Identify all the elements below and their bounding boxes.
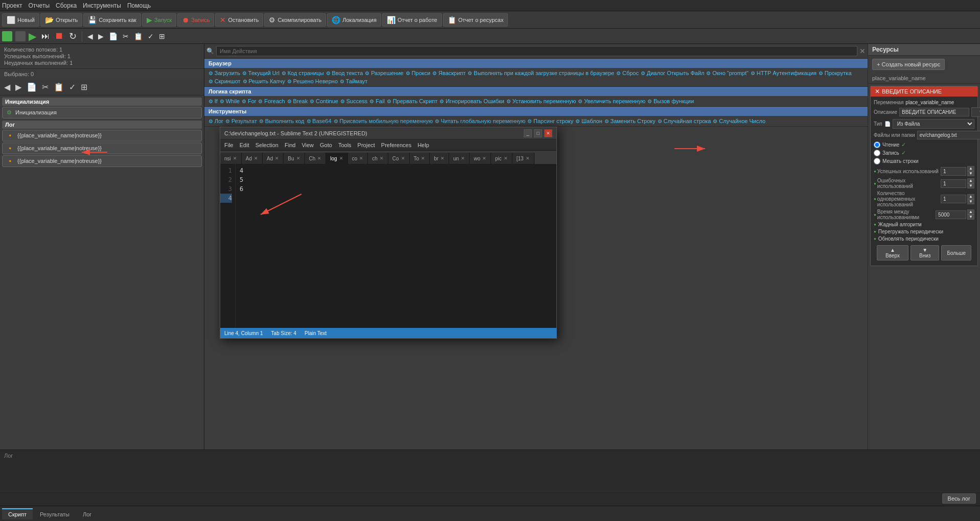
- editor-tab-ad1[interactable]: Ad ✕: [242, 153, 263, 164]
- new-script-button[interactable]: 📄: [25, 81, 39, 93]
- editor-tab-co2[interactable]: Co ✕: [388, 153, 410, 164]
- menu-tools[interactable]: Инструменты: [83, 2, 121, 9]
- menu-build[interactable]: Сборка: [56, 2, 77, 9]
- editor-tab-un[interactable]: un ✕: [449, 153, 470, 164]
- read-radio[interactable]: [874, 141, 880, 148]
- grid-button[interactable]: ⊞: [157, 30, 167, 42]
- action-input-text[interactable]: Ввод текста: [326, 70, 363, 76]
- refresh-button[interactable]: ↻: [67, 30, 79, 42]
- editor-tab-ch2[interactable]: ch ✕: [368, 153, 388, 164]
- action-fail[interactable]: Fail: [369, 98, 385, 104]
- action-open-dialog[interactable]: Диалог Открыть Файл: [641, 70, 705, 76]
- editor-tab-bu[interactable]: Bu ✕: [284, 153, 305, 164]
- more-button[interactable]: Больше: [941, 245, 971, 260]
- action-while[interactable]: While: [220, 98, 240, 104]
- editor-menu-selection[interactable]: Selection: [255, 142, 278, 148]
- error-uses-input[interactable]: [941, 179, 966, 188]
- up-button[interactable]: ▲ Вверх: [877, 245, 908, 260]
- editor-menu-tools[interactable]: Tools: [338, 142, 352, 148]
- editor-tab-co1[interactable]: co ✕: [348, 153, 368, 164]
- action-result[interactable]: Результат: [225, 118, 257, 124]
- new-button[interactable]: ⬜ Новый: [2, 13, 39, 27]
- action-random-string[interactable]: Случайная строка: [658, 118, 711, 124]
- tab-close-ad1[interactable]: ✕: [254, 156, 258, 161]
- editor-minimize-button[interactable]: _: [524, 129, 532, 137]
- search-clear-button[interactable]: ✕: [859, 47, 866, 55]
- editor-maximize-button[interactable]: □: [534, 129, 542, 137]
- undo-button[interactable]: ◀: [2, 81, 12, 93]
- tab-results[interactable]: Результаты: [34, 508, 76, 519]
- action-success[interactable]: Success: [340, 98, 367, 104]
- step-button[interactable]: ⏭: [39, 30, 52, 42]
- mix-radio[interactable]: [874, 158, 880, 164]
- editor-content[interactable]: 4 5 6: [236, 164, 556, 328]
- cut-tool-button[interactable]: ✂: [40, 81, 51, 93]
- play-button[interactable]: ▶: [27, 30, 38, 42]
- action-for[interactable]: For: [242, 98, 256, 104]
- editor-tab-nsi[interactable]: nsi ✕: [220, 153, 242, 164]
- work-report-button[interactable]: 📊 Отчет о работе: [382, 13, 442, 27]
- copy-button[interactable]: 📋: [132, 30, 145, 42]
- log-block-2[interactable]: 🔸 {{place_variable_name|notreuse}}: [2, 143, 202, 154]
- success-up-button[interactable]: ▲: [967, 166, 974, 171]
- resource-report-button[interactable]: 📋 Отчет о ресурсах: [443, 13, 508, 27]
- menu-project[interactable]: Проект: [2, 2, 22, 9]
- tab-close-ch1[interactable]: ✕: [317, 156, 321, 161]
- action-proxy[interactable]: Прокси: [406, 70, 431, 76]
- success-down-button[interactable]: ▼: [967, 171, 974, 176]
- stop-small-button[interactable]: ⏹: [53, 30, 66, 42]
- action-javascript[interactable]: Яваскрипт: [432, 70, 465, 76]
- action-ignore-errors[interactable]: Игнорировать Ошибки: [439, 98, 504, 104]
- write-radio[interactable]: [874, 150, 880, 156]
- action-http-auth[interactable]: HTTP Аутентификация: [751, 70, 816, 76]
- full-log-button[interactable]: Весь лог: [942, 493, 976, 504]
- tab-close-un[interactable]: ✕: [461, 156, 465, 161]
- action-set-variable[interactable]: Установить переменную: [506, 98, 576, 104]
- action-call-function[interactable]: Вызов функции: [647, 98, 694, 104]
- action-break[interactable]: Break: [287, 98, 308, 104]
- tab-close-13[interactable]: ✕: [526, 156, 530, 161]
- action-execute-load[interactable]: Выполнять при каждой загрузке страницы в…: [468, 70, 614, 76]
- search-input[interactable]: [216, 46, 857, 56]
- action-page-code[interactable]: Код страницы: [282, 70, 324, 76]
- action-template[interactable]: Шаблон: [575, 118, 602, 124]
- editor-tab-ad2[interactable]: Ad ✕: [263, 153, 284, 164]
- save-as-button[interactable]: 💾 Сохранить как: [83, 13, 141, 27]
- error-down-button[interactable]: ▼: [967, 183, 974, 188]
- action-captcha[interactable]: Решить Капчу: [243, 78, 285, 84]
- action-parse-string[interactable]: Парсинг строку: [527, 118, 573, 124]
- tab-close-wo[interactable]: ✕: [482, 156, 486, 161]
- action-continue[interactable]: Continue: [310, 98, 338, 104]
- time-input[interactable]: [936, 210, 966, 219]
- action-reset[interactable]: Сброс: [616, 70, 639, 76]
- action-current-url[interactable]: Текущий Url: [242, 70, 279, 76]
- error-up-button[interactable]: ▲: [967, 178, 974, 183]
- concurrent-up-button[interactable]: ▲: [967, 194, 974, 199]
- action-abort-script[interactable]: Прервать Скрипт: [387, 98, 437, 104]
- tab-close-ad2[interactable]: ✕: [275, 156, 279, 161]
- action-increment[interactable]: Увеличить переменную: [578, 98, 645, 104]
- run-button[interactable]: ▶ Запуск: [142, 13, 176, 27]
- editor-menu-help[interactable]: Help: [417, 142, 429, 148]
- action-replace-string[interactable]: Заменить Строку: [604, 118, 656, 124]
- copy-tool-button[interactable]: 📋: [52, 81, 66, 93]
- action-exec-code[interactable]: Выполнить код: [259, 118, 305, 124]
- editor-close-button[interactable]: ✕: [544, 129, 552, 137]
- editor-tab-wo[interactable]: wo ✕: [470, 153, 491, 164]
- down-button[interactable]: ▼ Вниз: [911, 245, 940, 260]
- create-resource-button[interactable]: + Создать новый ресурс: [872, 59, 945, 70]
- success-uses-input[interactable]: [941, 167, 966, 176]
- tab-close-log[interactable]: ✕: [339, 156, 343, 161]
- localization-button[interactable]: 🌐 Локализация: [327, 13, 381, 27]
- stop-button[interactable]: ✕ Остановить: [215, 13, 263, 27]
- action-captcha-wrong[interactable]: Решено Неверно: [287, 78, 338, 84]
- compile-button[interactable]: ⚙ Скомпилировать: [264, 13, 326, 27]
- editor-tab-log[interactable]: log ✕: [326, 153, 347, 164]
- lang-select[interactable]: ru: [971, 107, 980, 117]
- log-block-3[interactable]: 🔸 {{place_variable_name|notreuse}}: [2, 155, 202, 167]
- time-up-button[interactable]: ▲: [967, 209, 974, 215]
- concurrent-input[interactable]: [941, 195, 966, 203]
- init-block[interactable]: ⚙ Инициализация: [2, 107, 202, 119]
- forward-button[interactable]: ▶: [96, 30, 106, 42]
- editor-menu-find[interactable]: Find: [285, 142, 295, 148]
